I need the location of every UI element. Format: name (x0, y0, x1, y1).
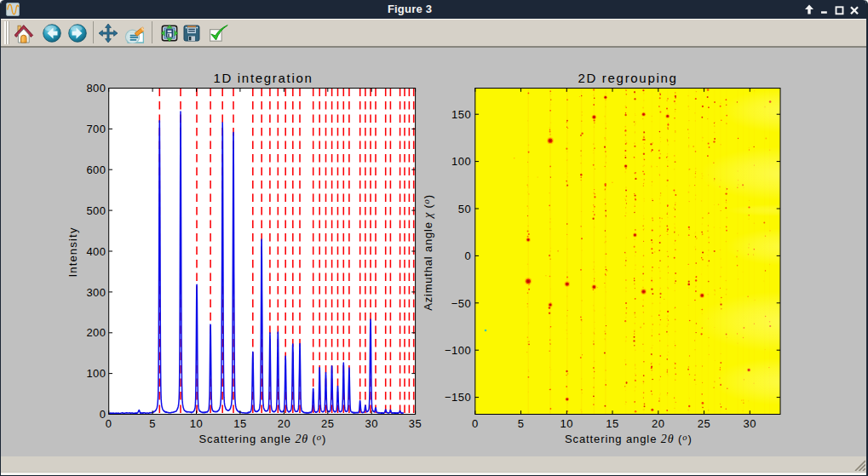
svg-text:Intensity: Intensity (66, 227, 79, 277)
svg-text:10: 10 (560, 417, 573, 430)
svg-text:500: 500 (86, 204, 106, 217)
svg-text:−50: −50 (451, 297, 472, 310)
svg-text:100: 100 (86, 367, 106, 380)
svg-text:150: 150 (451, 108, 471, 121)
svg-text:400: 400 (86, 245, 106, 258)
svg-text:100: 100 (451, 155, 471, 168)
svg-text:Scattering angle 2θ (o): Scattering angle 2θ (o) (565, 433, 693, 446)
svg-text:30: 30 (744, 417, 756, 430)
svg-text:Azimuthal angle χ (o): Azimuthal angle χ (o) (422, 194, 435, 311)
svg-text:50: 50 (458, 203, 471, 215)
svg-text:0: 0 (106, 417, 112, 430)
svg-text:5: 5 (518, 417, 525, 430)
svg-text:1D integration: 1D integration (213, 71, 313, 85)
svg-text:10: 10 (190, 417, 203, 430)
svg-text:700: 700 (86, 123, 106, 135)
svg-text:2D regrouping: 2D regrouping (578, 71, 677, 85)
svg-text:20: 20 (278, 417, 290, 430)
svg-text:0: 0 (465, 249, 472, 262)
svg-text:25: 25 (321, 417, 334, 430)
svg-text:800: 800 (86, 82, 106, 95)
svg-text:35: 35 (409, 417, 422, 430)
svg-text:300: 300 (86, 286, 106, 299)
svg-text:25: 25 (698, 417, 710, 430)
svg-text:0: 0 (472, 417, 479, 430)
svg-text:15: 15 (606, 417, 618, 430)
svg-text:−150: −150 (445, 391, 471, 404)
svg-text:0: 0 (100, 408, 106, 421)
svg-text:5: 5 (149, 417, 156, 430)
svg-text:20: 20 (652, 417, 664, 430)
svg-text:200: 200 (86, 326, 106, 339)
svg-text:Scattering angle 2θ (o): Scattering angle 2θ (o) (199, 433, 327, 446)
svg-text:15: 15 (233, 417, 246, 430)
svg-text:−100: −100 (445, 344, 471, 357)
svg-text:600: 600 (86, 163, 106, 176)
svg-text:30: 30 (365, 417, 377, 430)
